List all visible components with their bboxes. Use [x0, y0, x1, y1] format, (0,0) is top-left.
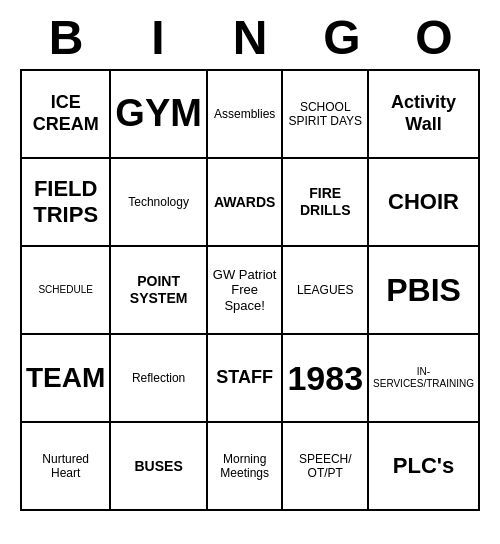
cell-content: AWARDS: [214, 194, 275, 211]
cell-r1-c3: FIRE DRILLS: [283, 159, 369, 247]
cell-r4-c4: PLC's: [369, 423, 480, 511]
bingo-letter: G: [298, 10, 386, 65]
cell-r3-c4: IN-SERVICES/TRAINING: [369, 335, 480, 423]
cell-content: TEAM: [26, 361, 105, 395]
cell-r0-c1: GYM: [111, 71, 208, 159]
cell-content: Technology: [128, 195, 189, 209]
cell-content: LEAGUES: [297, 283, 354, 297]
cell-content: Nurtured Heart: [26, 452, 105, 481]
cell-r1-c2: AWARDS: [208, 159, 284, 247]
cell-r1-c4: CHOIR: [369, 159, 480, 247]
cell-r0-c3: SCHOOL SPIRIT DAYS: [283, 71, 369, 159]
cell-content: FIELD TRIPS: [26, 176, 105, 229]
cell-content: GW Patriot Free Space!: [212, 267, 278, 314]
bingo-grid: ICE CREAMGYMAssembliesSCHOOL SPIRIT DAYS…: [20, 69, 480, 511]
cell-content: Morning Meetings: [212, 452, 278, 481]
cell-content: SCHEDULE: [38, 284, 92, 296]
cell-r3-c3: 1983: [283, 335, 369, 423]
bingo-letter: B: [22, 10, 110, 65]
bingo-title: BINGO: [20, 10, 480, 65]
cell-r2-c1: POINT SYSTEM: [111, 247, 208, 335]
cell-content: ICE CREAM: [26, 92, 105, 135]
cell-r2-c3: LEAGUES: [283, 247, 369, 335]
cell-content: Assemblies: [214, 107, 275, 121]
cell-r3-c1: Reflection: [111, 335, 208, 423]
bingo-letter: O: [390, 10, 478, 65]
cell-content: Reflection: [132, 371, 185, 385]
cell-r2-c0: SCHEDULE: [22, 247, 111, 335]
cell-r0-c0: ICE CREAM: [22, 71, 111, 159]
cell-r4-c3: SPEECH/ OT/PT: [283, 423, 369, 511]
bingo-letter: N: [206, 10, 294, 65]
cell-r1-c1: Technology: [111, 159, 208, 247]
cell-content: 1983: [287, 358, 363, 399]
cell-r0-c4: Activity Wall: [369, 71, 480, 159]
cell-r4-c1: BUSES: [111, 423, 208, 511]
cell-r3-c2: STAFF: [208, 335, 284, 423]
cell-r2-c2: GW Patriot Free Space!: [208, 247, 284, 335]
cell-content: BUSES: [134, 458, 182, 475]
cell-content: IN-SERVICES/TRAINING: [373, 366, 474, 390]
cell-content: CHOIR: [388, 189, 459, 215]
cell-r4-c0: Nurtured Heart: [22, 423, 111, 511]
cell-r4-c2: Morning Meetings: [208, 423, 284, 511]
cell-r0-c2: Assemblies: [208, 71, 284, 159]
cell-r2-c4: PBIS: [369, 247, 480, 335]
cell-content: FIRE DRILLS: [287, 185, 363, 219]
cell-content: Activity Wall: [373, 92, 474, 135]
cell-content: POINT SYSTEM: [115, 273, 202, 307]
cell-content: GYM: [115, 91, 202, 137]
bingo-letter: I: [114, 10, 202, 65]
cell-content: SCHOOL SPIRIT DAYS: [287, 100, 363, 129]
cell-content: STAFF: [216, 367, 273, 389]
cell-content: PLC's: [393, 453, 454, 479]
cell-content: SPEECH/ OT/PT: [287, 452, 363, 481]
cell-r1-c0: FIELD TRIPS: [22, 159, 111, 247]
cell-content: PBIS: [386, 271, 461, 309]
cell-r3-c0: TEAM: [22, 335, 111, 423]
